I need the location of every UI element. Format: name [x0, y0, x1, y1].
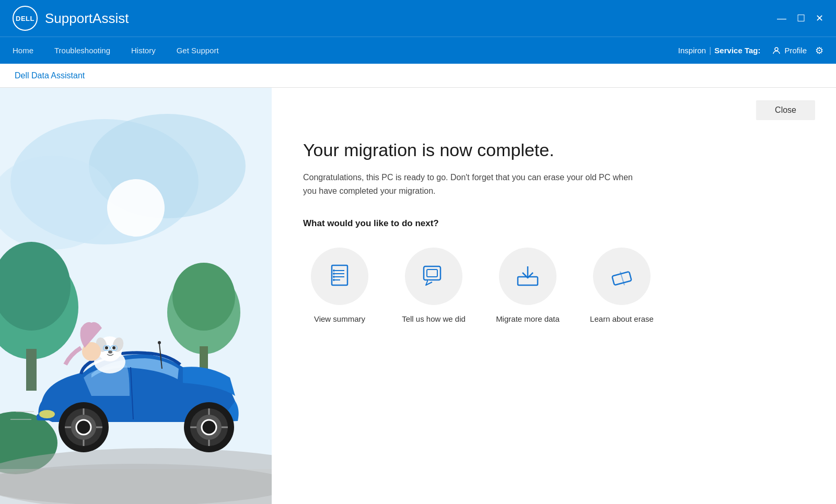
svg-point-40	[112, 346, 115, 349]
svg-point-39	[105, 346, 108, 349]
svg-rect-60	[427, 269, 437, 277]
svg-point-10	[172, 263, 235, 331]
svg-point-58	[333, 279, 335, 281]
view-summary-icon	[327, 262, 353, 290]
nav-links: Home Troubleshooting History Get Support	[13, 44, 219, 57]
view-summary-circle	[311, 248, 368, 305]
app-logo: DELL SupportAssist	[13, 6, 129, 31]
close-button[interactable]: Close	[756, 100, 815, 120]
svg-point-47	[158, 341, 161, 344]
learn-erase-label: Learn about erase	[590, 314, 654, 323]
app-title: SupportAssist	[45, 10, 129, 27]
learn-erase-button[interactable]: Learn about erase	[585, 248, 658, 323]
svg-rect-59	[424, 266, 440, 280]
migrate-more-circle	[499, 248, 556, 305]
view-summary-label: View summary	[314, 314, 365, 323]
profile-icon	[772, 46, 781, 55]
svg-point-22	[76, 420, 91, 435]
migration-illustration	[0, 88, 272, 504]
migration-title: Your migration is now complete.	[303, 140, 805, 160]
maximize-button[interactable]: ☐	[797, 14, 805, 23]
breadcrumb: Dell Data Assistant	[15, 71, 85, 80]
migrate-more-icon	[515, 262, 541, 290]
learn-erase-icon	[609, 262, 635, 290]
nav-history[interactable]: History	[131, 44, 156, 57]
nav-divider: |	[709, 46, 711, 55]
profile-button[interactable]: Profile	[772, 46, 807, 55]
device-name: Inspiron	[678, 46, 706, 55]
nav-bar: Home Troubleshooting History Get Support…	[0, 37, 836, 64]
device-info: Inspiron | Service Tag:	[678, 46, 764, 55]
tell-us-button[interactable]: Tell us how we did	[397, 248, 470, 323]
window-controls: — ☐ ✕	[777, 14, 823, 23]
nav-right: Inspiron | Service Tag: Profile ⚙	[678, 45, 823, 56]
view-summary-button[interactable]: View summary	[303, 248, 376, 323]
service-tag-label: Service Tag:	[714, 46, 760, 55]
next-action-label: What would you like to do next?	[303, 218, 805, 229]
svg-point-55	[333, 269, 335, 272]
tell-us-circle	[405, 248, 462, 305]
svg-rect-50	[332, 265, 347, 285]
minimize-button[interactable]: —	[777, 14, 786, 23]
svg-point-57	[333, 276, 335, 278]
nav-troubleshooting[interactable]: Troubleshooting	[54, 44, 110, 57]
nav-home[interactable]: Home	[13, 44, 33, 57]
tell-us-label: Tell us how we did	[402, 314, 466, 323]
svg-point-0	[775, 48, 778, 51]
title-bar: DELL SupportAssist — ☐ ✕	[0, 0, 836, 37]
profile-label: Profile	[784, 46, 807, 55]
svg-point-18	[39, 410, 55, 418]
migration-description: Congratulations, this PC is ready to go.…	[303, 171, 643, 197]
svg-point-56	[333, 273, 335, 275]
svg-point-5	[107, 179, 165, 237]
svg-rect-8	[26, 349, 37, 391]
nav-get-support[interactable]: Get Support	[177, 44, 219, 57]
migrate-more-label: Migrate more data	[496, 314, 560, 323]
svg-point-30	[202, 420, 216, 435]
tell-us-icon	[421, 262, 447, 290]
action-buttons-container: View summary Tell us how we did	[303, 248, 805, 323]
content-panel: Close Your migration is now complete. Co…	[272, 88, 836, 504]
main-content: Close Your migration is now complete. Co…	[0, 88, 836, 504]
learn-erase-circle	[593, 248, 651, 305]
migrate-more-button[interactable]: Migrate more data	[491, 248, 564, 323]
dell-logo: DELL	[13, 6, 38, 31]
svg-point-15	[0, 464, 272, 504]
breadcrumb-bar: Dell Data Assistant	[0, 64, 836, 88]
settings-icon[interactable]: ⚙	[815, 45, 823, 56]
close-window-button[interactable]: ✕	[816, 14, 823, 23]
illustration-area	[0, 88, 272, 504]
svg-point-41	[108, 350, 112, 354]
